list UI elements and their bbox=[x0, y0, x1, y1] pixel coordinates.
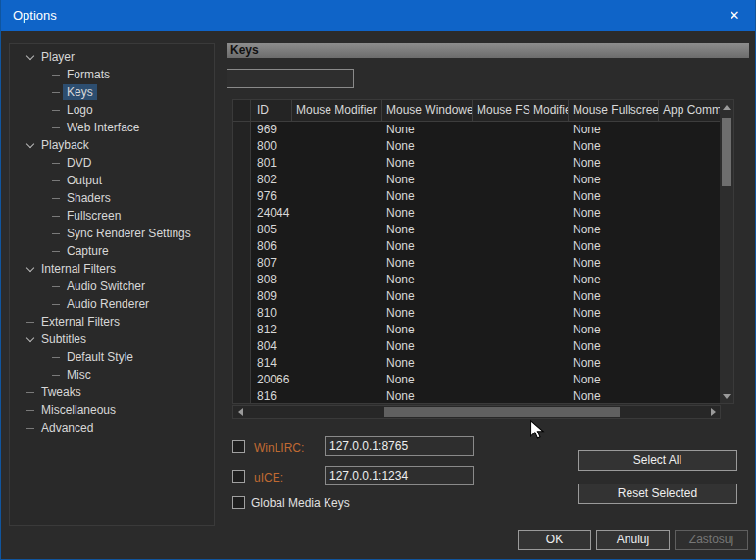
table-row[interactable]: 976NoneNone bbox=[233, 188, 720, 205]
cell-mouse_fullscreen: None bbox=[569, 188, 659, 205]
winlirc-checkbox[interactable] bbox=[232, 440, 245, 453]
tree-line bbox=[49, 191, 63, 205]
scroll-down-icon[interactable] bbox=[720, 389, 733, 403]
cancel-button[interactable]: Anuluj bbox=[596, 530, 670, 550]
table-row[interactable]: 804NoneNone bbox=[233, 338, 720, 355]
cell-mouse_fullscreen: None bbox=[569, 272, 659, 288]
cell-app_command bbox=[659, 205, 720, 222]
cell-mouse_modifier bbox=[292, 272, 382, 288]
tree-item-logo[interactable]: Logo bbox=[10, 101, 214, 119]
cell-id: 807 bbox=[251, 255, 292, 272]
tree-item-player[interactable]: Player bbox=[10, 48, 214, 66]
chevron-down-icon[interactable] bbox=[24, 332, 37, 346]
tree-item-misc[interactable]: Misc bbox=[10, 366, 214, 383]
tree-item-shaders[interactable]: Shaders bbox=[10, 189, 214, 207]
tree-item-fullscreen[interactable]: Fullscreen bbox=[10, 207, 214, 225]
table-row[interactable]: 810NoneNone bbox=[233, 305, 720, 322]
table-row[interactable]: 806NoneNone bbox=[233, 238, 720, 255]
keys-filter-input[interactable] bbox=[227, 69, 354, 88]
tree-item-miscellaneous[interactable]: Miscellaneous bbox=[10, 401, 214, 419]
tree-item-internal-filters[interactable]: Internal Filters bbox=[10, 260, 214, 278]
cell-mouse_modifier bbox=[292, 222, 382, 238]
table-row[interactable]: 809NoneNone bbox=[233, 288, 720, 305]
column-header[interactable]: App Comma bbox=[659, 100, 720, 122]
winlirc-address-input[interactable] bbox=[325, 436, 474, 456]
cell-id: 808 bbox=[251, 272, 292, 288]
winlirc-label[interactable]: WinLIRC: bbox=[254, 441, 304, 455]
tree-item-playback[interactable]: Playback bbox=[10, 136, 214, 154]
chevron-down-icon[interactable] bbox=[24, 50, 37, 64]
titlebar: Options ✕ bbox=[1, 0, 756, 31]
table-row[interactable]: 812NoneNone bbox=[233, 322, 720, 338]
tree-item-keys[interactable]: Keys bbox=[10, 83, 214, 101]
tree-item-capture[interactable]: Capture bbox=[10, 242, 214, 260]
tree-item-audio-renderer[interactable]: Audio Renderer bbox=[10, 295, 214, 313]
tree-item-tweaks[interactable]: Tweaks bbox=[10, 383, 214, 401]
horizontal-scrollbar[interactable] bbox=[232, 405, 721, 419]
table-row[interactable]: 24044NoneNone bbox=[233, 205, 720, 222]
tree-line bbox=[24, 315, 37, 329]
reset-selected-button[interactable]: Reset Selected bbox=[578, 484, 737, 504]
cell-app_command bbox=[659, 138, 720, 155]
tree-item-subtitles[interactable]: Subtitles bbox=[10, 331, 214, 348]
column-header[interactable]: Mouse Fullscreen bbox=[569, 100, 659, 122]
cell-mouse_fullscreen: None bbox=[569, 372, 659, 388]
select-all-button[interactable]: Select All bbox=[578, 450, 737, 471]
tree-item-formats[interactable]: Formats bbox=[10, 66, 214, 83]
tree-item-advanced[interactable]: Advanced bbox=[10, 419, 214, 436]
table-row[interactable]: 816NoneNone bbox=[233, 388, 720, 403]
tree-item-default-style[interactable]: Default Style bbox=[10, 348, 214, 366]
tree-line bbox=[49, 68, 63, 81]
global-media-keys-label[interactable]: Global Media Keys bbox=[251, 496, 350, 510]
table-row[interactable]: 807NoneNone bbox=[233, 255, 720, 272]
chevron-down-icon[interactable] bbox=[24, 262, 37, 276]
column-header[interactable]: ID bbox=[251, 100, 292, 122]
vertical-scrollbar[interactable] bbox=[720, 100, 733, 403]
tree-item-label: External Filters bbox=[37, 314, 124, 330]
cell-app_command bbox=[659, 355, 720, 372]
tree-item-output[interactable]: Output bbox=[10, 172, 214, 189]
scroll-right-icon[interactable] bbox=[706, 406, 720, 418]
column-header[interactable] bbox=[233, 100, 251, 122]
table-row[interactable]: 814NoneNone bbox=[233, 355, 720, 372]
vertical-scroll-thumb[interactable] bbox=[722, 118, 731, 186]
tree-item-web-interface[interactable]: Web Interface bbox=[10, 119, 214, 136]
keys-table-header: IDMouse ModifierMouse WindowedMouse FS M… bbox=[233, 100, 720, 122]
chevron-down-icon[interactable] bbox=[24, 138, 37, 152]
cell-mouse_fs_modifier bbox=[473, 172, 569, 188]
table-row[interactable]: 20066NoneNone bbox=[233, 372, 720, 388]
scroll-left-icon[interactable] bbox=[233, 406, 247, 418]
cell-mouse_windowed: None bbox=[382, 205, 473, 222]
close-icon[interactable]: ✕ bbox=[712, 0, 756, 31]
uice-label[interactable]: uICE: bbox=[254, 471, 283, 484]
tree-item-audio-switcher[interactable]: Audio Switcher bbox=[10, 278, 214, 295]
table-row[interactable]: 805NoneNone bbox=[233, 222, 720, 238]
tree-item-external-filters[interactable]: External Filters bbox=[10, 313, 214, 331]
column-header[interactable]: Mouse Windowed bbox=[382, 100, 473, 122]
column-header[interactable]: Mouse Modifier bbox=[292, 100, 382, 122]
column-header[interactable]: Mouse FS Modifier bbox=[473, 100, 569, 122]
cell-app_command bbox=[659, 238, 720, 255]
table-row[interactable]: 802NoneNone bbox=[233, 172, 720, 188]
cell-sel bbox=[233, 172, 251, 188]
table-row[interactable]: 800NoneNone bbox=[233, 138, 720, 155]
table-row[interactable]: 969NoneNone bbox=[233, 122, 720, 138]
cell-mouse_fullscreen: None bbox=[569, 122, 659, 138]
table-row[interactable]: 801NoneNone bbox=[233, 155, 720, 172]
tree-line bbox=[49, 103, 63, 117]
scroll-up-icon[interactable] bbox=[720, 100, 733, 114]
cell-mouse_modifier bbox=[292, 255, 382, 272]
apply-button[interactable]: Zastosuj bbox=[675, 530, 748, 550]
cell-id: 804 bbox=[251, 338, 292, 355]
horizontal-scroll-thumb[interactable] bbox=[384, 407, 620, 417]
cell-mouse_fullscreen: None bbox=[569, 355, 659, 372]
uice-checkbox[interactable] bbox=[232, 470, 245, 483]
cell-id: 800 bbox=[251, 138, 292, 155]
uice-address-input[interactable] bbox=[325, 466, 474, 485]
tree-item-dvd[interactable]: DVD bbox=[10, 154, 214, 172]
tree-item-sync-renderer-settings[interactable]: Sync Renderer Settings bbox=[10, 225, 214, 242]
cell-id: 976 bbox=[251, 188, 292, 205]
table-row[interactable]: 808NoneNone bbox=[233, 272, 720, 288]
global-media-keys-checkbox[interactable] bbox=[232, 496, 245, 509]
ok-button[interactable]: OK bbox=[518, 530, 591, 550]
